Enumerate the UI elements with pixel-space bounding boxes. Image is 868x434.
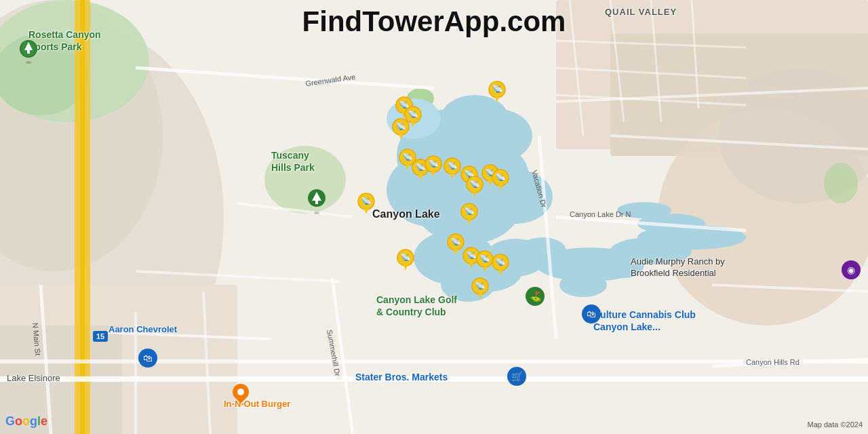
pin-rosetta-park: [19, 39, 41, 66]
svg-rect-64: [27, 50, 30, 54]
svg-point-22: [458, 108, 532, 163]
label-golf-club: Canyon Lake Golf& Country Club: [376, 294, 457, 318]
svg-point-29: [559, 273, 607, 297]
svg-rect-36: [85, 0, 90, 434]
site-title: FindTowerApp.com: [302, 5, 566, 38]
pin-audie-murphy[interactable]: ◉: [842, 260, 861, 279]
svg-point-13: [824, 163, 858, 203]
tower-pin-4[interactable]: 📡: [392, 118, 410, 142]
svg-point-65: [26, 61, 31, 64]
svg-rect-68: [315, 201, 318, 204]
google-logo: Google: [5, 414, 47, 429]
label-tuscany-park: TuscanyHills Park: [271, 149, 315, 174]
label-canyon-hills-rd: Canyon Hills Rd: [746, 358, 800, 366]
interstate-15-shield: 15: [93, 331, 108, 342]
svg-point-69: [314, 212, 319, 214]
tower-pin-13[interactable]: 📡: [357, 193, 375, 217]
svg-rect-37: [80, 0, 85, 434]
pin-tuscany-park: [307, 189, 327, 217]
tower-pin-11[interactable]: 📡: [492, 169, 509, 193]
map-container: FindTowerApp.com Rosetta CanyonSports Pa…: [0, 0, 868, 434]
pin-cannabis[interactable]: 🛍: [582, 304, 601, 323]
label-stater-bros: Stater Bros. Markets: [355, 372, 448, 382]
label-quail-valley: QUAIL VALLEY: [605, 7, 677, 17]
label-lake-elsinore: Lake Elsinore: [7, 373, 60, 383]
pin-stater-bros[interactable]: 🛒: [507, 367, 526, 386]
tower-pin-19[interactable]: 📡: [492, 254, 509, 278]
label-canyon-lake-dr: Canyon Lake Dr N: [570, 210, 631, 218]
tower-pin-16[interactable]: 📡: [397, 249, 414, 273]
pin-aaron-chevrolet[interactable]: 🛍: [138, 349, 157, 368]
label-audie-murphy: Audie Murphy Ranch byBrookfield Resident…: [631, 256, 725, 279]
label-cannabis: Culture Cannabis ClubCanyon Lake...: [593, 309, 696, 333]
tower-pin-12[interactable]: 📡: [466, 176, 484, 200]
label-innout: In-N-Out Burger: [224, 399, 290, 409]
map-credit: Map data ©2024: [808, 420, 863, 429]
tower-pin-1[interactable]: 📡: [488, 81, 506, 105]
tower-pin-7[interactable]: 📡: [425, 155, 442, 180]
label-aaron-chevrolet: Aaron Chevrolet: [108, 324, 177, 334]
tower-pin-14[interactable]: 📡: [460, 203, 478, 227]
label-canyon-lake: Canyon Lake: [372, 208, 440, 220]
tower-pin-20[interactable]: 📡: [471, 277, 489, 302]
svg-rect-35: [75, 0, 80, 434]
pin-golf-flag[interactable]: ⛳: [526, 287, 545, 306]
svg-rect-39: [0, 359, 868, 363]
tower-pin-8[interactable]: 📡: [443, 157, 461, 182]
